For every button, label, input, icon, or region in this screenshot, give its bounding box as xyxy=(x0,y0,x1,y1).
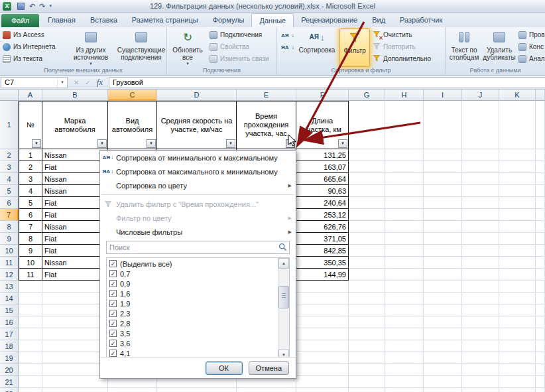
cell-F13[interactable] xyxy=(296,281,349,293)
cell-F22[interactable] xyxy=(296,388,349,392)
tab-review[interactable]: Рецензирование xyxy=(294,13,365,27)
cell-I14[interactable] xyxy=(424,293,462,304)
menu-item-sort-ascending[interactable]: АЯ↓ Сортировка от минимального к максима… xyxy=(100,151,296,164)
search-icon[interactable] xyxy=(278,243,287,253)
filter-list-item[interactable]: ✓1,9 xyxy=(107,298,278,308)
filter-list-item[interactable]: ✓0,9 xyxy=(107,279,278,289)
cell-I18[interactable] xyxy=(424,340,462,352)
row-header-4[interactable]: 4 xyxy=(0,173,19,185)
cell-I17[interactable] xyxy=(424,328,462,340)
filter-dropdown-button-C[interactable]: ▼ xyxy=(147,139,156,148)
cell-G12[interactable] xyxy=(349,269,385,281)
cell-J12[interactable] xyxy=(462,269,499,281)
cell-K10[interactable] xyxy=(499,245,536,257)
cell-H7[interactable] xyxy=(385,209,424,221)
cell-J21[interactable] xyxy=(462,376,499,388)
header-cell-F1[interactable]: Длина участка, км▼ xyxy=(296,101,349,149)
cell-B20[interactable] xyxy=(42,364,108,376)
cell-partial[interactable] xyxy=(536,161,545,173)
cell-B17[interactable] xyxy=(42,328,108,340)
row-header-15[interactable]: 15 xyxy=(0,304,19,316)
cell-B7[interactable]: Fiat xyxy=(42,209,108,221)
menu-item-sort-descending[interactable]: ЯА↓ Сортировка от максимального к минима… xyxy=(100,164,296,178)
cell-G4[interactable] xyxy=(349,173,385,185)
cell-B22[interactable] xyxy=(42,388,108,392)
cell-partial[interactable] xyxy=(536,316,545,328)
tab-page-layout[interactable]: Разметка страницы xyxy=(125,13,206,27)
cell-J17[interactable] xyxy=(462,328,499,340)
tab-home[interactable]: Главная xyxy=(40,13,83,27)
cell-K19[interactable] xyxy=(499,352,536,364)
cell-H14[interactable] xyxy=(385,293,424,304)
cell-H19[interactable] xyxy=(385,352,424,364)
cell-partial[interactable] xyxy=(536,388,545,392)
filter-list-item[interactable]: ✓1,6 xyxy=(107,289,278,298)
column-header-C[interactable]: C xyxy=(108,90,157,101)
column-header-F[interactable]: F xyxy=(296,90,349,101)
cell-J8[interactable] xyxy=(462,221,499,233)
cell-J5[interactable] xyxy=(462,185,499,197)
cell-G9[interactable] xyxy=(349,233,385,245)
cell-partial[interactable] xyxy=(536,197,545,209)
cell-partial[interactable] xyxy=(536,173,545,185)
row-header-20[interactable]: 20 xyxy=(0,364,19,376)
cell-F5[interactable]: 90,63 xyxy=(296,185,349,197)
cell-G13[interactable] xyxy=(349,281,385,293)
cell-H12[interactable] xyxy=(385,269,424,281)
cell-A6[interactable]: 5 xyxy=(19,197,42,209)
cell-A14[interactable] xyxy=(19,293,42,304)
cell-J1[interactable] xyxy=(462,101,499,149)
cell-H16[interactable] xyxy=(385,316,424,328)
cell-A17[interactable] xyxy=(19,328,42,340)
filter-dropdown-button-D[interactable]: ▼ xyxy=(226,139,235,148)
cell-K7[interactable] xyxy=(499,209,536,221)
cell-A12[interactable]: 11 xyxy=(19,269,42,281)
cell-I21[interactable] xyxy=(424,376,462,388)
filter-dropdown-button-A[interactable]: ▼ xyxy=(32,139,41,148)
what-if-analysis-button[interactable]: Анал xyxy=(517,53,545,64)
cell-F14[interactable] xyxy=(296,293,349,304)
cell-partial[interactable] xyxy=(536,364,545,376)
cell-I4[interactable] xyxy=(424,173,462,185)
cell-H3[interactable] xyxy=(385,161,424,173)
checkbox-checked-icon[interactable]: ✓ xyxy=(109,350,117,357)
name-box-caret-icon[interactable]: ▾ xyxy=(57,78,67,88)
checkbox-checked-icon[interactable]: ✓ xyxy=(109,310,117,317)
cell-I2[interactable] xyxy=(424,149,462,161)
cell-K12[interactable] xyxy=(499,269,536,281)
column-header-B[interactable]: B xyxy=(42,90,108,101)
row-header-7[interactable]: 7 xyxy=(0,209,19,221)
cell-J19[interactable] xyxy=(462,352,499,364)
cell-F3[interactable]: 163,07 xyxy=(296,161,349,173)
row-header-3[interactable]: 3 xyxy=(0,161,19,173)
cell-K2[interactable] xyxy=(499,149,536,161)
cell-H22[interactable] xyxy=(385,388,424,392)
cell-partial[interactable] xyxy=(536,101,545,149)
column-header-H[interactable]: H xyxy=(385,90,424,101)
cell-F9[interactable]: 371,05 xyxy=(296,233,349,245)
cell-B2[interactable]: Nissan xyxy=(42,149,108,161)
column-header-J[interactable]: J xyxy=(462,90,499,101)
text-to-columns-button[interactable]: Текст по столбцам xyxy=(447,29,481,67)
cell-partial[interactable] xyxy=(536,293,545,304)
cell-G11[interactable] xyxy=(349,257,385,269)
filter-list-item[interactable]: ✓(Выделить все) xyxy=(107,259,278,269)
cell-partial[interactable] xyxy=(536,281,545,293)
column-header-G[interactable]: G xyxy=(349,90,385,101)
cell-F4[interactable]: 665,64 xyxy=(296,173,349,185)
cell-I6[interactable] xyxy=(424,197,462,209)
existing-connections-button[interactable]: Существующие подключения xyxy=(117,29,166,67)
cell-A22[interactable] xyxy=(19,388,42,392)
cell-I7[interactable] xyxy=(424,209,462,221)
cell-A20[interactable] xyxy=(19,364,42,376)
cell-partial[interactable] xyxy=(536,221,545,233)
filter-search-input[interactable] xyxy=(106,241,290,254)
from-other-sources-button[interactable]: Из других источников ▾ xyxy=(66,29,115,67)
consolidate-button[interactable]: Конс xyxy=(517,41,545,52)
tab-view[interactable]: Вид xyxy=(365,13,393,27)
cell-G16[interactable] xyxy=(349,316,385,328)
cell-G10[interactable] xyxy=(349,245,385,257)
row-header-19[interactable]: 19 xyxy=(0,352,19,364)
checkbox-checked-icon[interactable]: ✓ xyxy=(109,290,117,297)
connections-button[interactable]: Подключения xyxy=(208,29,263,40)
